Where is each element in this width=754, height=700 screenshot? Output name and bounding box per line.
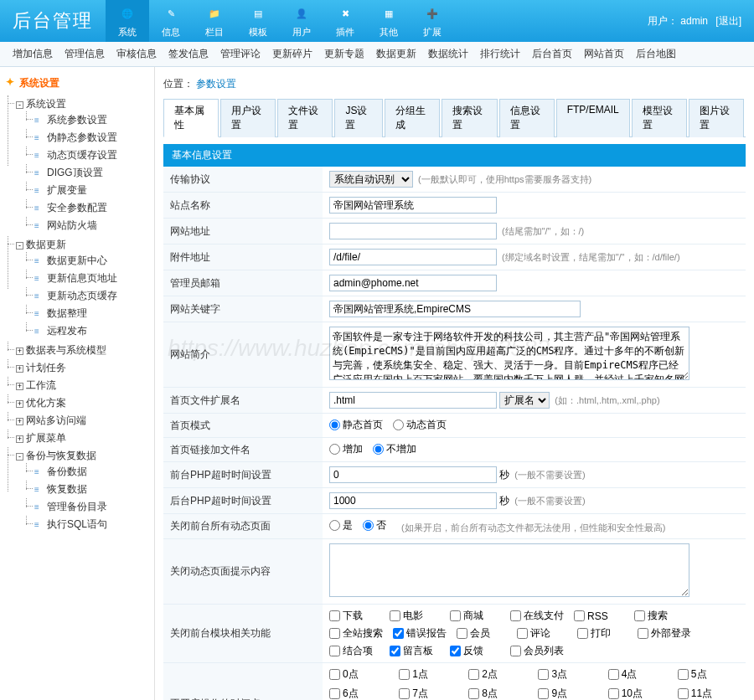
indextype-dynamic[interactable]: [393, 419, 404, 430]
ext-select[interactable]: 扩展名: [499, 392, 550, 409]
subnav-item[interactable]: 管理信息: [65, 47, 105, 61]
checkbox[interactable]: [468, 688, 479, 699]
subnav-item[interactable]: 管理评论: [220, 47, 261, 61]
tree-leaf[interactable]: 恢复数据: [47, 483, 87, 495]
checkbox[interactable]: [457, 628, 467, 639]
checkbox[interactable]: [678, 688, 689, 699]
tree-leaf[interactable]: 更新信息页地址: [47, 272, 117, 284]
tree-leaf[interactable]: 系统参数设置: [47, 114, 107, 126]
checkbox-item[interactable]: RSS: [574, 609, 624, 623]
checkbox-item[interactable]: 打印: [577, 626, 627, 641]
checkbox[interactable]: [399, 688, 410, 699]
tree-leaf[interactable]: 数据更新中心: [47, 255, 107, 266]
tree-toggle[interactable]: -: [16, 242, 23, 250]
indextype-static[interactable]: [329, 419, 340, 430]
checkbox[interactable]: [577, 628, 588, 639]
checkbox[interactable]: [634, 610, 645, 621]
checkbox[interactable]: [510, 610, 521, 621]
tree-toggle[interactable]: +: [16, 435, 23, 443]
subnav-item[interactable]: 审核信息: [116, 47, 157, 61]
checkbox[interactable]: [678, 669, 689, 680]
fronttimeout-input[interactable]: [329, 466, 497, 483]
tree-branch[interactable]: 优化方案: [26, 397, 66, 409]
checkbox-item[interactable]: 下载: [329, 609, 380, 623]
checkbox-item[interactable]: 在线支付: [510, 609, 564, 623]
checkbox-item[interactable]: 反馈: [450, 644, 500, 658]
checkbox-item[interactable]: 会员列表: [510, 644, 564, 658]
checkbox[interactable]: [399, 669, 410, 680]
addfilename-no[interactable]: [373, 444, 384, 455]
checkbox[interactable]: [450, 610, 461, 621]
checkbox-item[interactable]: 商城: [450, 609, 500, 623]
checkbox-item[interactable]: 全站搜索: [329, 626, 383, 641]
tab-item[interactable]: 文件设置: [277, 99, 333, 137]
tree-leaf[interactable]: 执行SQL语句: [47, 518, 107, 530]
siteurl-input[interactable]: [329, 223, 497, 239]
subnav-item[interactable]: 网站首页: [584, 47, 624, 61]
checkbox-item[interactable]: 6点: [329, 687, 390, 700]
checkbox-item[interactable]: 3点: [538, 667, 599, 682]
subnav-item[interactable]: 更新碎片: [272, 47, 312, 61]
checkbox-item[interactable]: 7点: [399, 687, 460, 700]
tab-item[interactable]: JS设置: [334, 99, 383, 137]
tree-leaf[interactable]: 扩展变量: [47, 184, 87, 196]
tree-leaf[interactable]: 安全参数配置: [47, 202, 107, 214]
top-nav-tools[interactable]: ✖插件: [323, 0, 367, 42]
tree-toggle[interactable]: +: [16, 400, 23, 408]
sitename-input[interactable]: [329, 197, 497, 214]
tree-toggle[interactable]: -: [16, 453, 23, 461]
checkbox[interactable]: [517, 628, 528, 639]
tree-leaf[interactable]: 更新动态页缓存: [47, 290, 117, 301]
checkbox[interactable]: [390, 610, 400, 621]
checkbox-item[interactable]: 4点: [608, 667, 669, 682]
intro-textarea[interactable]: 帝国软件是一家专注于网络软件开发的科技公司，其主营产品"帝国网站管理系统(Emp…: [329, 327, 689, 380]
checkbox-item[interactable]: 结合项: [329, 644, 380, 658]
tree-toggle[interactable]: +: [16, 383, 23, 390]
checkbox-item[interactable]: 电影: [390, 609, 440, 623]
subnav-item[interactable]: 数据更新: [376, 47, 416, 61]
tree-toggle[interactable]: +: [16, 418, 23, 425]
subnav-item[interactable]: 排行统计: [480, 47, 520, 61]
subnav-item[interactable]: 数据统计: [428, 47, 468, 61]
checkbox-item[interactable]: 留言板: [390, 644, 440, 658]
top-nav-plus[interactable]: ➕扩展: [411, 0, 454, 42]
checkbox-item[interactable]: 搜索: [634, 609, 684, 623]
checkbox-item[interactable]: 1点: [399, 667, 460, 682]
tree-leaf[interactable]: 远程发布: [47, 325, 87, 337]
tab-item[interactable]: 基本属性: [163, 99, 219, 137]
fileurl-input[interactable]: [329, 249, 497, 265]
tree-leaf[interactable]: DIGG顶设置: [47, 167, 103, 178]
checkbox[interactable]: [329, 669, 340, 680]
checkbox-item[interactable]: 10点: [608, 687, 669, 700]
subnav-item[interactable]: 后台首页: [532, 47, 572, 61]
tree-toggle[interactable]: +: [16, 347, 23, 355]
tree-leaf[interactable]: 网站防火墙: [47, 219, 97, 231]
tree-leaf[interactable]: 管理备份目录: [47, 501, 107, 512]
tab-item[interactable]: 用户设置: [220, 99, 276, 137]
tree-branch[interactable]: 系统设置: [26, 98, 66, 110]
checkbox[interactable]: [608, 669, 619, 680]
checkbox[interactable]: [538, 688, 549, 699]
checkbox-item[interactable]: 11点: [678, 687, 739, 700]
subnav-item[interactable]: 更新专题: [324, 47, 364, 61]
backtimeout-input[interactable]: [329, 492, 497, 509]
protocol-select[interactable]: 系统自动识别: [329, 171, 413, 188]
tree-branch[interactable]: 备份与恢复数据: [26, 450, 96, 461]
tree-branch[interactable]: 网站多访问端: [26, 414, 86, 426]
top-nav-grid[interactable]: ▦其他: [367, 0, 411, 42]
checkbox-item[interactable]: 2点: [468, 667, 529, 682]
closefront-yes[interactable]: [329, 520, 340, 531]
top-nav-edit[interactable]: ✎信息: [149, 0, 193, 42]
checkbox[interactable]: [468, 669, 479, 680]
checkbox-item[interactable]: 外部登录: [638, 626, 691, 641]
checkbox-item[interactable]: 会员: [457, 626, 507, 641]
tab-item[interactable]: 搜索设置: [442, 99, 497, 137]
checkbox-item[interactable]: 5点: [678, 667, 739, 682]
closefront-no[interactable]: [363, 520, 374, 531]
subnav-item[interactable]: 签发信息: [168, 47, 209, 61]
tree-leaf[interactable]: 动态页缓存设置: [47, 149, 117, 161]
tab-item[interactable]: 分组生成: [385, 99, 440, 137]
top-nav-folder[interactable]: 📁栏目: [193, 0, 236, 42]
checkbox-item[interactable]: 错误报告: [393, 626, 447, 641]
checkbox[interactable]: [393, 628, 404, 639]
